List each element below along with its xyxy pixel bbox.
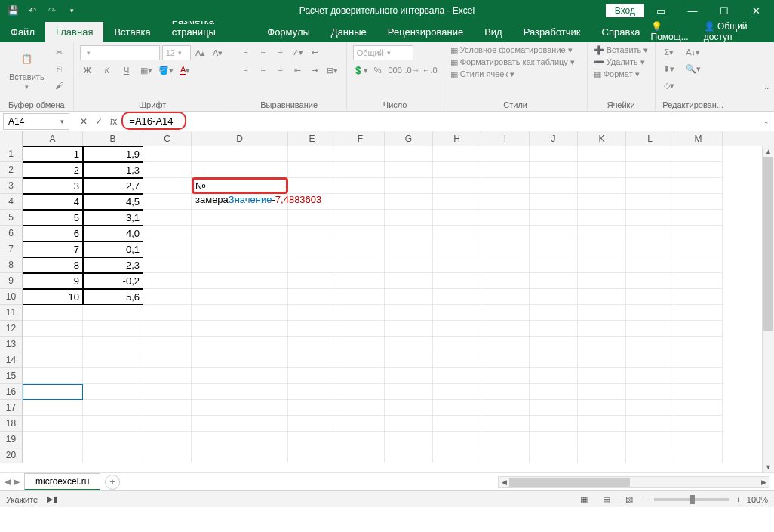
cell[interactable] — [626, 226, 674, 241]
row-header[interactable]: 12 — [0, 321, 23, 337]
cell[interactable] — [530, 146, 578, 162]
select-all-corner[interactable] — [0, 131, 23, 146]
row-header[interactable]: 5 — [0, 210, 23, 226]
row-header[interactable]: 11 — [0, 305, 23, 321]
cell[interactable] — [336, 321, 385, 337]
tab-formulas[interactable]: Формулы — [256, 22, 321, 42]
cell[interactable] — [385, 416, 433, 432]
redo-icon[interactable]: ↷ — [44, 2, 60, 19]
cell[interactable] — [530, 337, 578, 352]
cell[interactable] — [143, 241, 192, 257]
maximize-icon[interactable]: ☐ — [709, 0, 739, 21]
cell[interactable] — [578, 416, 626, 432]
col-header[interactable]: H — [433, 131, 481, 146]
cell[interactable] — [336, 146, 385, 162]
col-header[interactable]: C — [143, 131, 192, 146]
ribbon-options-icon[interactable]: ▭ — [646, 0, 676, 21]
scroll-thumb[interactable] — [763, 157, 773, 331]
cell[interactable] — [674, 384, 723, 400]
cell[interactable] — [530, 447, 578, 463]
wrap-text-icon[interactable]: ↩ — [308, 45, 323, 59]
cell[interactable] — [481, 416, 530, 432]
cell[interactable] — [433, 384, 481, 400]
cell[interactable] — [192, 273, 288, 289]
cell[interactable] — [288, 416, 336, 432]
cell[interactable]: -0,2 — [83, 273, 143, 289]
tab-developer[interactable]: Разработчик — [513, 22, 591, 42]
cell[interactable]: 1,9 — [83, 146, 143, 162]
cell[interactable] — [674, 241, 723, 257]
scroll-up-icon[interactable]: ▲ — [763, 146, 774, 157]
orientation-icon[interactable]: ⤢▾ — [290, 45, 306, 59]
scroll-left-icon[interactable]: ◀ — [499, 477, 509, 487]
col-header[interactable]: L — [626, 131, 674, 146]
format-cells-button[interactable]: ▦ Формат ▾ — [594, 69, 640, 79]
zoom-in-icon[interactable]: + — [736, 495, 740, 504]
cell[interactable] — [385, 257, 433, 273]
cell[interactable] — [192, 352, 288, 368]
cell[interactable] — [143, 305, 192, 321]
cell[interactable] — [336, 241, 385, 257]
cell[interactable] — [83, 447, 143, 463]
italic-icon[interactable]: К — [100, 63, 115, 77]
cell[interactable] — [336, 162, 385, 178]
cell[interactable] — [288, 447, 336, 463]
cell[interactable] — [143, 400, 192, 416]
cell[interactable] — [143, 289, 192, 305]
cell[interactable]: 1,3 — [83, 162, 143, 178]
cell[interactable] — [288, 210, 336, 226]
scroll-thumb[interactable] — [509, 478, 630, 487]
cell[interactable] — [433, 210, 481, 226]
cell[interactable] — [578, 447, 626, 463]
cell[interactable] — [481, 305, 530, 321]
cell[interactable] — [433, 178, 481, 194]
cell[interactable] — [433, 162, 481, 178]
align-left-icon[interactable]: ≡ — [238, 63, 253, 77]
cell[interactable] — [192, 368, 288, 384]
cell[interactable] — [626, 321, 674, 337]
minimize-icon[interactable]: — — [677, 0, 708, 21]
row-header[interactable]: 19 — [0, 432, 23, 447]
cell[interactable] — [143, 210, 192, 226]
cell[interactable] — [530, 289, 578, 305]
border-icon[interactable]: ▦▾ — [139, 63, 154, 77]
cell[interactable] — [83, 384, 143, 400]
cell[interactable] — [674, 447, 723, 463]
cell[interactable] — [530, 321, 578, 337]
tab-view[interactable]: Вид — [474, 22, 513, 42]
cell[interactable] — [481, 447, 530, 463]
increase-decimal-icon[interactable]: .0→ — [405, 63, 420, 77]
cell[interactable] — [530, 384, 578, 400]
cell[interactable] — [578, 178, 626, 194]
format-as-table-button[interactable]: ▦ Форматировать как таблицу ▾ — [450, 57, 575, 67]
cell[interactable] — [578, 162, 626, 178]
cell[interactable] — [336, 273, 385, 289]
cell[interactable] — [578, 352, 626, 368]
cell[interactable] — [143, 257, 192, 273]
cell[interactable] — [481, 273, 530, 289]
cell[interactable]: 5 — [23, 210, 83, 226]
cell[interactable] — [481, 289, 530, 305]
cell[interactable] — [481, 352, 530, 368]
col-header[interactable]: M — [674, 131, 723, 146]
sheet-nav-prev-icon[interactable]: ◀ — [5, 477, 11, 487]
cell[interactable]: 5,6 — [83, 289, 143, 305]
cell[interactable] — [385, 241, 433, 257]
expand-formula-bar-icon[interactable]: ⌄ — [759, 118, 774, 125]
cell[interactable] — [481, 432, 530, 447]
cell[interactable] — [385, 226, 433, 241]
cell[interactable]: 4 — [23, 194, 83, 210]
cell[interactable] — [192, 305, 288, 321]
cell[interactable] — [626, 400, 674, 416]
cell[interactable] — [192, 257, 288, 273]
sort-filter-icon[interactable]: A↓▾ — [681, 45, 705, 59]
cell[interactable] — [192, 321, 288, 337]
number-format-combo[interactable]: Общий▾ — [353, 45, 413, 60]
cell[interactable]: 7 — [23, 241, 83, 257]
cell[interactable] — [626, 337, 674, 352]
row-header[interactable]: 9 — [0, 273, 23, 289]
scroll-right-icon[interactable]: ▶ — [758, 477, 769, 487]
cell[interactable] — [143, 447, 192, 463]
cell[interactable] — [385, 289, 433, 305]
cell[interactable] — [143, 273, 192, 289]
